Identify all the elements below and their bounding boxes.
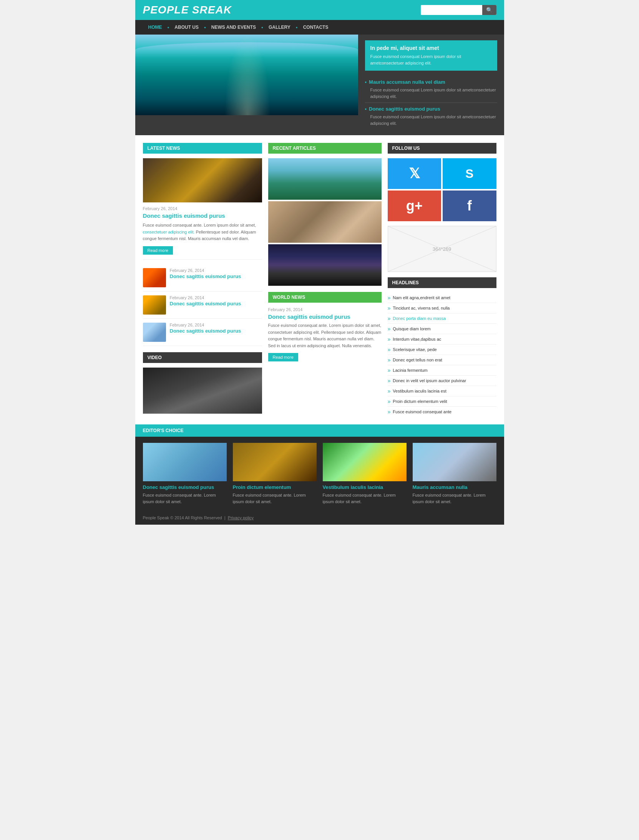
- editors-choice-grid: Donec sagittis euismod purus Fusce euism…: [135, 437, 504, 511]
- news-main-read-more[interactable]: Read more: [143, 246, 173, 255]
- headline-item-5[interactable]: Interdum vitae,dapibus ac: [388, 334, 496, 345]
- main-content: LATEST NEWS February 26, 2014 Donec sagi…: [135, 135, 504, 424]
- fashion-bg: [268, 201, 382, 243]
- ec-item-text-2: Fusce euismod consequat ante. Lorem ipsu…: [233, 492, 317, 505]
- news-main-excerpt: Fusce euismod consequat ante. Lorem ipsu…: [143, 222, 262, 242]
- thumb-1: [143, 268, 166, 287]
- ec-image-3: [323, 443, 407, 481]
- hero-sidebar-title-1: Mauris accumsan nulla vel diam: [365, 79, 497, 85]
- world-news-text: Fusce euismod consequat ante. Lorem ipsu…: [268, 322, 382, 349]
- ec-image-2: [233, 443, 317, 481]
- small-news-date-1: February 26, 2014: [170, 268, 241, 273]
- hero-sidebar-item-1: Mauris accumsan nulla vel diam Fusce eui…: [365, 76, 497, 103]
- nav-contacts[interactable]: CONTACTS: [298, 20, 334, 35]
- news-divider: [143, 259, 262, 260]
- thumb-firefighter2: [143, 295, 166, 315]
- editors-choice-section: EDITOR'S CHOICE Donec sagittis euismod p…: [135, 424, 504, 511]
- news-main-title[interactable]: Donec sagittis euismod purus: [143, 212, 262, 219]
- hero-surface: [135, 42, 358, 58]
- small-news-date-3: February 26, 2014: [170, 323, 241, 327]
- headline-item-2[interactable]: Tincidunt ac, viverra sed, nulla: [388, 303, 496, 313]
- hero-highlight-box: In pede mi, aliquet sit amet Fusce euism…: [365, 40, 497, 71]
- headline-item-12[interactable]: Fusce euismod consequat ante: [388, 407, 496, 417]
- google-plus-icon: g+: [406, 198, 423, 214]
- right-column: FOLLOW US 𝕏 S g+ f 364*269 HEADLINES Nam…: [388, 143, 496, 417]
- ec-item-1: Donec sagittis euismod purus Fusce euism…: [143, 443, 227, 505]
- thumb-2: [143, 295, 166, 315]
- hero-sidebar-item-2: Donec sagittis euismod purus Fusce euism…: [365, 103, 497, 129]
- headline-item-8[interactable]: Lacinia fermentum: [388, 365, 496, 376]
- ec-item-text-3: Fusce euismod consequat ante. Lorem ipsu…: [323, 492, 407, 505]
- search-container: 🔍: [421, 5, 496, 15]
- google-plus-button[interactable]: g+: [388, 191, 441, 221]
- world-news-date: February 26, 2014: [268, 307, 382, 312]
- ec-item-title-1[interactable]: Donec sagittis euismod purus: [143, 484, 227, 490]
- recent-articles-header: RECENT ARTICLES: [268, 143, 382, 154]
- hero-image: [135, 35, 358, 115]
- microphone-bg: [143, 368, 262, 414]
- ec-item-text-4: Fusce euismod consequat ante. Lorem ipsu…: [413, 492, 496, 505]
- site-logo: PEOPLE SREAK: [143, 4, 232, 16]
- ad-placeholder: 364*269: [388, 226, 496, 272]
- headline-item-3[interactable]: Donec porta diam eu massa: [388, 313, 496, 324]
- nav-home[interactable]: HOME: [143, 20, 168, 35]
- twitter-icon: 𝕏: [409, 166, 420, 182]
- left-column: LATEST NEWS February 26, 2014 Donec sagi…: [143, 143, 262, 417]
- skype-icon: S: [465, 167, 473, 181]
- site-footer: People Speak © 2014 All Rights Reserved …: [135, 511, 504, 525]
- ec-image-4: [413, 443, 496, 481]
- search-input[interactable]: [421, 5, 482, 15]
- headline-item-9[interactable]: Donec in velit vel ipsum auctor pulvinar: [388, 376, 496, 386]
- footer-copyright-text: People Speak © 2014 All Rights Reserved: [143, 515, 222, 520]
- world-news-read-more[interactable]: Read more: [268, 353, 298, 361]
- world-news-header: WORLD NEWS: [268, 292, 382, 303]
- headlines-list: Nam elit agna,endrerit sit amet Tincidun…: [388, 293, 496, 417]
- article-images: [268, 158, 382, 286]
- middle-column: RECENT ARTICLES WORLD NEWS February 26, …: [268, 143, 382, 417]
- small-news-title-2[interactable]: Donec sagittis euismod purus: [170, 301, 241, 307]
- nav-gallery[interactable]: GALLERY: [263, 20, 296, 35]
- site-header: PEOPLE SREAK 🔍: [135, 0, 504, 20]
- small-news-title-3[interactable]: Donec sagittis euismod purus: [170, 328, 241, 334]
- ec-item-text-1: Fusce euismod consequat ante. Lorem ipsu…: [143, 492, 227, 505]
- facebook-button[interactable]: f: [443, 191, 496, 221]
- headline-item-6[interactable]: Scelerisque vitae, pede: [388, 345, 496, 355]
- headline-item-10[interactable]: Vestibulum iaculis lacinia est: [388, 386, 496, 396]
- ad-size-label: 364*269: [433, 246, 451, 252]
- ec-item-3: Vestibulum iaculis lacinia Fusce euismod…: [323, 443, 407, 505]
- ec-item-title-2[interactable]: Proin dictum elementum: [233, 484, 317, 490]
- small-news-3: February 26, 2014 Donec sagittis euismod…: [143, 319, 262, 346]
- latest-news-header: LATEST NEWS: [143, 143, 262, 154]
- article-img-3: [268, 244, 382, 286]
- small-news-content-1: February 26, 2014 Donec sagittis euismod…: [170, 268, 241, 279]
- hero-sidebar-title-2: Donec sagittis euismod purus: [365, 106, 497, 112]
- thumb-3: [143, 323, 166, 342]
- article-img-2: [268, 201, 382, 243]
- small-news-2: February 26, 2014 Donec sagittis euismod…: [143, 292, 262, 319]
- video-section: VIDEO: [143, 352, 262, 414]
- world-news-section: WORLD NEWS February 26, 2014 Donec sagit…: [268, 292, 382, 361]
- small-news-title-1[interactable]: Donec sagittis euismod purus: [170, 273, 241, 279]
- editors-choice-header: EDITOR'S CHOICE: [135, 424, 504, 437]
- ec-item-title-3[interactable]: Vestibulum iaculis lacinia: [323, 484, 407, 490]
- headline-item-11[interactable]: Proin dictum elementum velit: [388, 396, 496, 407]
- world-news-title: Donec sagittis euismod purus: [268, 313, 382, 320]
- hero-highlight-text: Fusce euismod consequat Lorem ipsum dolo…: [370, 53, 492, 66]
- wind-farm-bg: [268, 158, 382, 200]
- search-button[interactable]: 🔍: [482, 5, 496, 15]
- hero-sidebar-text-2: Fusce euismod consequat Lorem ipsum dolo…: [365, 114, 497, 126]
- headline-item-1[interactable]: Nam elit agna,endrerit sit amet: [388, 293, 496, 303]
- nav-about[interactable]: ABOUT US: [169, 20, 204, 35]
- hero-sidebar: In pede mi, aliquet sit amet Fusce euism…: [358, 35, 504, 135]
- city-bg: [268, 244, 382, 286]
- ec-item-title-4[interactable]: Mauris accumsan nulla: [413, 484, 496, 490]
- skype-button[interactable]: S: [443, 158, 496, 189]
- footer-copyright: People Speak © 2014 All Rights Reserved …: [143, 515, 254, 520]
- news-main-date: February 26, 2014: [143, 206, 262, 211]
- nav-news[interactable]: NEWS AND EVENTS: [206, 20, 261, 35]
- twitter-button[interactable]: 𝕏: [388, 158, 441, 189]
- footer-privacy-link[interactable]: Privacy policy: [228, 515, 254, 520]
- headline-item-7[interactable]: Donec eget tellus non erat: [388, 355, 496, 365]
- headline-item-4[interactable]: Quisque diam lorem: [388, 324, 496, 334]
- video-thumb: [143, 368, 262, 414]
